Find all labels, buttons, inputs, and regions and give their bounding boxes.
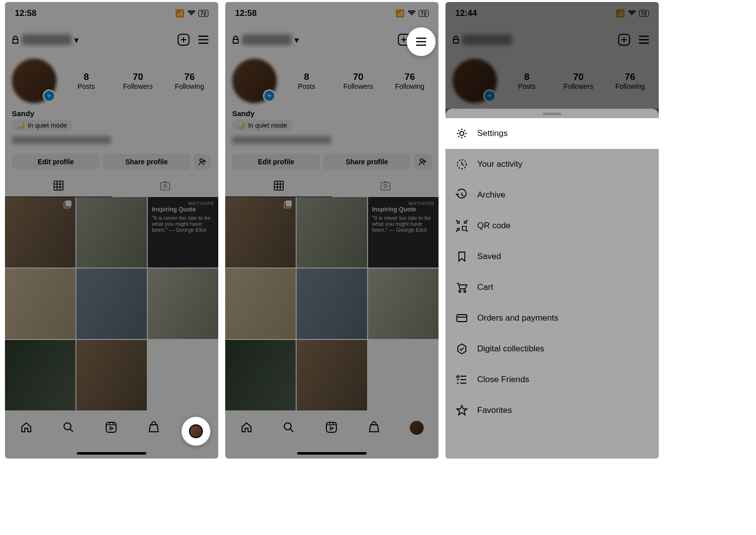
- post-thumbnail[interactable]: [148, 268, 218, 339]
- post-thumbnail[interactable]: [76, 340, 147, 410]
- nav-profile-button[interactable]: [410, 421, 424, 435]
- following-stat[interactable]: 76Following: [608, 71, 652, 90]
- post-thumbnail[interactable]: [76, 268, 147, 339]
- nav-search-button[interactable]: [282, 421, 295, 434]
- create-post-button[interactable]: [616, 32, 632, 48]
- username-dropdown[interactable]: ▾: [232, 34, 392, 45]
- edit-profile-button[interactable]: Edit profile: [232, 154, 320, 170]
- status-indicators: 📶 72: [175, 9, 208, 18]
- profile-actions: Edit profile Share profile: [225, 149, 439, 175]
- followers-stat[interactable]: 70Followers: [336, 71, 380, 90]
- menu-digital-collectibles[interactable]: Digital collectibles: [445, 334, 659, 364]
- followers-stat[interactable]: 70 Followers: [116, 71, 160, 90]
- posts-stat[interactable]: 8 Posts: [64, 71, 108, 90]
- sheet-handle[interactable]: [543, 113, 562, 115]
- svg-rect-21: [457, 315, 467, 322]
- tagged-tab[interactable]: [332, 175, 439, 197]
- profile-tabs: [225, 175, 439, 197]
- create-post-button[interactable]: [176, 32, 191, 48]
- menu-settings-highlight[interactable]: Settings: [445, 118, 659, 149]
- quiet-mode-badge[interactable]: 🌙In quiet mode: [232, 120, 292, 131]
- nav-reels-button[interactable]: [325, 421, 338, 434]
- battery-icon: 72: [639, 10, 649, 17]
- svg-point-19: [459, 290, 461, 292]
- signal-icon: 📶: [175, 9, 185, 18]
- quiet-mode-badge[interactable]: 🌙 In quiet mode: [12, 120, 72, 131]
- following-stat[interactable]: 76Following: [388, 71, 432, 90]
- discover-people-button[interactable]: [414, 154, 432, 170]
- post-thumbnail[interactable]: [297, 340, 367, 410]
- username-dropdown[interactable]: ▾: [12, 34, 172, 45]
- add-story-button[interactable]: +: [483, 89, 496, 102]
- menu-qr-code[interactable]: QR code: [445, 210, 659, 241]
- followers-stat[interactable]: 70Followers: [557, 71, 600, 90]
- card-icon: [455, 312, 468, 325]
- nav-search-button[interactable]: [62, 421, 75, 434]
- add-story-button[interactable]: +: [263, 89, 276, 102]
- post-thumbnail[interactable]: [225, 340, 296, 410]
- username-dropdown[interactable]: [452, 34, 612, 45]
- post-thumbnail[interactable]: [297, 197, 367, 268]
- screen-profile: 12:58 📶 72 ▾ + 8 Posts: [5, 2, 218, 459]
- svg-point-24: [460, 132, 464, 135]
- following-label: Following: [168, 82, 211, 90]
- svg-rect-12: [286, 201, 292, 206]
- nav-reels-button[interactable]: [105, 421, 118, 434]
- edit-profile-button[interactable]: Edit profile: [12, 154, 100, 170]
- status-time: 12:58: [235, 8, 256, 18]
- share-profile-button[interactable]: Share profile: [103, 154, 190, 170]
- post-thumbnail[interactable]: [368, 268, 439, 339]
- grid-tab[interactable]: [5, 175, 112, 197]
- post-thumbnail[interactable]: [225, 268, 296, 339]
- screen-profile-menu-highlight: 12:58 📶 72 ▾ + 8Posts 70Followers 76Foll…: [225, 2, 439, 459]
- post-thumbnail[interactable]: MOTIVATE Inspiring Quote "It is never to…: [368, 197, 439, 268]
- profile-topbar: [445, 25, 659, 55]
- menu-close-friends[interactable]: Close Friends: [445, 364, 659, 395]
- tagged-tab[interactable]: [112, 175, 218, 197]
- menu-label: Settings: [477, 129, 507, 138]
- carousel-icon: [63, 200, 72, 209]
- svg-point-20: [464, 290, 466, 292]
- battery-icon: 72: [419, 10, 429, 17]
- highlight-profile-tab: [182, 417, 210, 446]
- nav-shop-button[interactable]: [147, 421, 160, 434]
- display-name: Sandy: [5, 105, 218, 119]
- svg-rect-2: [161, 183, 170, 190]
- discover-people-button[interactable]: [193, 154, 211, 170]
- hamburger-menu-button[interactable]: [636, 32, 652, 48]
- post-thumbnail[interactable]: [297, 268, 367, 339]
- post-thumbnail[interactable]: [76, 197, 147, 268]
- posts-stat[interactable]: 8Posts: [505, 71, 549, 90]
- menu-favorites[interactable]: Favorites: [445, 395, 659, 426]
- add-story-button[interactable]: +: [43, 89, 56, 102]
- menu-cart[interactable]: Cart: [445, 272, 659, 303]
- post-thumbnail[interactable]: MOTIVATE Inspiring Quote "It is never to…: [148, 197, 218, 268]
- share-profile-button[interactable]: Share profile: [323, 154, 411, 170]
- svg-point-23: [457, 383, 459, 384]
- grid-tab[interactable]: [225, 175, 332, 197]
- wifi-icon: [408, 10, 416, 16]
- nav-home-button[interactable]: [20, 421, 33, 434]
- post-thumbnail[interactable]: [225, 197, 296, 268]
- menu-saved[interactable]: Saved: [445, 241, 659, 272]
- nav-shop-button[interactable]: [368, 421, 380, 434]
- signal-icon: 📶: [616, 9, 625, 18]
- post-thumbnail[interactable]: [5, 268, 75, 339]
- menu-archive[interactable]: Archive: [445, 180, 659, 210]
- svg-point-3: [164, 185, 167, 188]
- status-indicators: 📶 72: [395, 9, 429, 18]
- profile-tabs: [5, 175, 218, 197]
- post-thumbnail[interactable]: [5, 340, 75, 410]
- menu-your-activity[interactable]: Your activity: [445, 149, 659, 180]
- bottom-nav: [225, 415, 439, 459]
- menu-bottom-sheet: Settings Your activity Archive QR code S…: [445, 109, 659, 459]
- nav-home-button[interactable]: [240, 421, 253, 434]
- following-stat[interactable]: 76 Following: [168, 71, 211, 90]
- posts-stat[interactable]: 8Posts: [285, 71, 328, 90]
- menu-label: Archive: [477, 190, 505, 200]
- status-time: 12:44: [455, 8, 477, 18]
- post-thumbnail[interactable]: [5, 197, 75, 268]
- hamburger-menu-button[interactable]: [195, 32, 211, 48]
- menu-orders-payments[interactable]: Orders and payments: [445, 303, 659, 334]
- svg-point-14: [284, 423, 291, 430]
